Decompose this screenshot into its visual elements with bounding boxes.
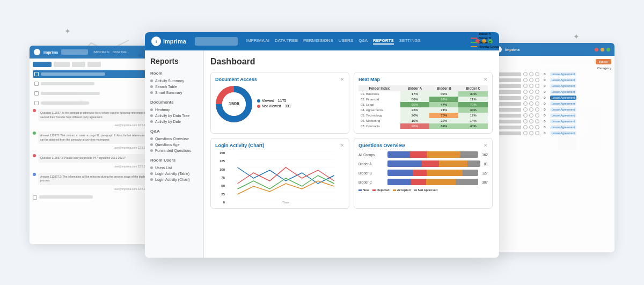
q-legend-item: Accepted xyxy=(393,188,411,192)
nav-reports[interactable]: REPORTS xyxy=(373,38,394,45)
sidebar-item-login-chart[interactable]: Login Activity (Chart) xyxy=(150,177,198,182)
ghost-row-icon-2 xyxy=(529,90,533,94)
ghost-right-row: 0 Lease Agreement xyxy=(494,84,611,88)
heat-cell-b: 69% xyxy=(429,97,459,102)
ghost-row-icon-1 xyxy=(523,113,528,118)
ghost-row-icon-1 xyxy=(523,131,528,135)
ghost-col-category: Category xyxy=(568,67,611,70)
q-segment-rejected xyxy=(422,160,439,167)
q-legend-dot xyxy=(393,189,396,191)
login-chart-area: Time xyxy=(227,151,345,204)
ghost-right-row: 0 Lease Agreement xyxy=(494,101,611,106)
doc-access-content: 1506 Viewed 1175 Not Viewed 331 xyxy=(215,85,345,123)
ghost-dot-red-1 xyxy=(33,109,36,112)
sidebar-item-smart-summary[interactable]: Smart Summary xyxy=(150,90,198,96)
ghost-row-num: 0 xyxy=(541,72,548,76)
ghost-dot-r2 xyxy=(601,48,604,52)
sidebar-item-login-table[interactable]: Login Activity (Table) xyxy=(150,171,198,177)
ghost-search-left xyxy=(61,49,88,55)
ghost-row-icon-1 xyxy=(523,78,528,82)
ghost-logo-text-right: imprima xyxy=(505,48,519,52)
heat-cell-b: 47% xyxy=(429,102,459,107)
svg-text:1506: 1506 xyxy=(229,101,239,106)
heat-col-a: Bidder A xyxy=(400,85,429,91)
widget-login-header: ✕ Login Activity (Chart) xyxy=(215,143,345,148)
sidebar-item-heatmap[interactable]: Heatmap xyxy=(150,107,198,113)
sidebar-item-label-3: Smart Summary xyxy=(155,91,182,94)
ghost-row-icon-1 xyxy=(523,96,528,100)
heat-cell-a: 22% xyxy=(400,107,429,113)
widget-document-access: ✕ Document Access 1506 xyxy=(210,72,349,134)
heat-cell-folder: 05. Technology xyxy=(358,113,400,118)
ghost-text-2: Answer 112037: The contract at issue on … xyxy=(38,131,150,144)
ghost-tabs xyxy=(33,62,150,67)
q-label: Bidder A xyxy=(358,162,385,166)
ghost-tab-1 xyxy=(33,62,52,67)
ghost-content-left: Question 112037: Is the contract or othe… xyxy=(30,59,153,203)
ghost-text-1: Question 112037: Is the contract or othe… xyxy=(38,109,150,121)
q-segment-not-approved xyxy=(460,151,478,158)
widget-doc-close[interactable]: ✕ xyxy=(340,77,345,82)
heat-cell-c: 11% xyxy=(458,97,488,102)
legend-viewed-value: 1175 xyxy=(278,99,287,103)
q-bar-row: Bidder A 81 xyxy=(358,160,488,167)
y-100: 100 xyxy=(215,168,225,171)
ghost-right-row: 0 Lease Agreement xyxy=(494,119,611,123)
ghost-btn-orange[interactable]: Button xyxy=(596,59,611,64)
sidebar-item-dot-12 xyxy=(150,178,153,181)
heat-cell-a: 20% xyxy=(400,113,429,118)
sidebar-item-questions-overview[interactable]: Questions Overview xyxy=(150,136,198,142)
ghost-right-content: Button Category 0 Lease Agreement 0 xyxy=(491,56,614,140)
ghost-right-header: Button xyxy=(494,59,611,64)
heat-map-row: 05. Technology 20% 75% 12% xyxy=(358,113,488,118)
sidebar-item-questions-age[interactable]: Questions Age xyxy=(150,142,198,148)
ghost-row-icon-1 xyxy=(523,101,528,106)
heat-cell-b: 03% xyxy=(429,91,459,97)
q-count: 162 xyxy=(482,153,488,157)
sidebar-item-users-list[interactable]: Users List xyxy=(150,165,198,171)
ghost-row-num: 0 xyxy=(541,84,548,87)
nav-users[interactable]: USERS xyxy=(339,38,354,45)
ghost-row-icon-2 xyxy=(529,107,533,112)
ghost-bar-4 xyxy=(41,101,89,105)
q-bar-row: All Groups 162 xyxy=(358,151,488,158)
ghost-window-right: imprima Button Category 0 Lease Agreemen… xyxy=(491,43,614,252)
sidebar-section-room-users: Room Users xyxy=(150,158,198,163)
ghost-row-icon-2 xyxy=(529,131,533,135)
ghost-bar-1 xyxy=(41,72,105,76)
nav-search-bar[interactable] xyxy=(195,37,238,46)
heat-col-c: Bidder C xyxy=(458,85,488,91)
sidebar-item-dot-1 xyxy=(150,79,153,82)
sidebar-item-forwarded[interactable]: Forwarded Questions xyxy=(150,148,198,154)
q-bar xyxy=(387,170,478,176)
login-activity-svg xyxy=(227,151,345,200)
nav-settings[interactable]: SETTINGS xyxy=(399,38,421,45)
sidebar-item-dot-8 xyxy=(150,143,153,146)
legend-dot-not-viewed xyxy=(257,105,260,108)
q-bar xyxy=(387,151,478,158)
ghost-row-category: Lease Agreement xyxy=(550,90,576,94)
heat-map-row: 02. Financial 06% 69% 11% xyxy=(358,97,488,102)
nav-imprima-ai[interactable]: IMPRIMA AI xyxy=(246,38,269,45)
sidebar-item-search-table[interactable]: Search Table xyxy=(150,84,198,90)
sidebar-item-label-10: Users List xyxy=(155,166,172,170)
sidebar-item-dot-5 xyxy=(150,114,153,117)
sidebar-item-activity-date[interactable]: Activity by Date xyxy=(150,119,198,125)
y-50: 50 xyxy=(215,184,225,187)
ghost-row-icon-1 xyxy=(523,72,528,76)
sidebar-item-activity-summary[interactable]: Activity Summary xyxy=(150,78,198,84)
nav-data-tree[interactable]: DATA TREE xyxy=(275,38,298,45)
widget-heat-close[interactable]: ✕ xyxy=(484,77,488,82)
nav-permissions[interactable]: PERMISSIONS xyxy=(303,38,333,45)
widget-heat-title: Heat Map xyxy=(358,77,488,82)
nav-qa[interactable]: Q&A xyxy=(358,38,368,45)
sidebar-section-documents: Documents xyxy=(150,100,198,105)
ghost-row-category: Lease Agreement xyxy=(550,131,576,135)
ghost-row-num: 0 xyxy=(541,102,548,105)
ghost-bar-2 xyxy=(41,82,94,85)
widget-login-close[interactable]: ✕ xyxy=(340,143,345,148)
heat-cell-c: 44% xyxy=(458,107,488,113)
widget-questions-close[interactable]: ✕ xyxy=(484,143,488,148)
sidebar-item-activity-datatree[interactable]: Activity by Data Tree xyxy=(150,113,198,119)
q-bar xyxy=(387,179,478,185)
